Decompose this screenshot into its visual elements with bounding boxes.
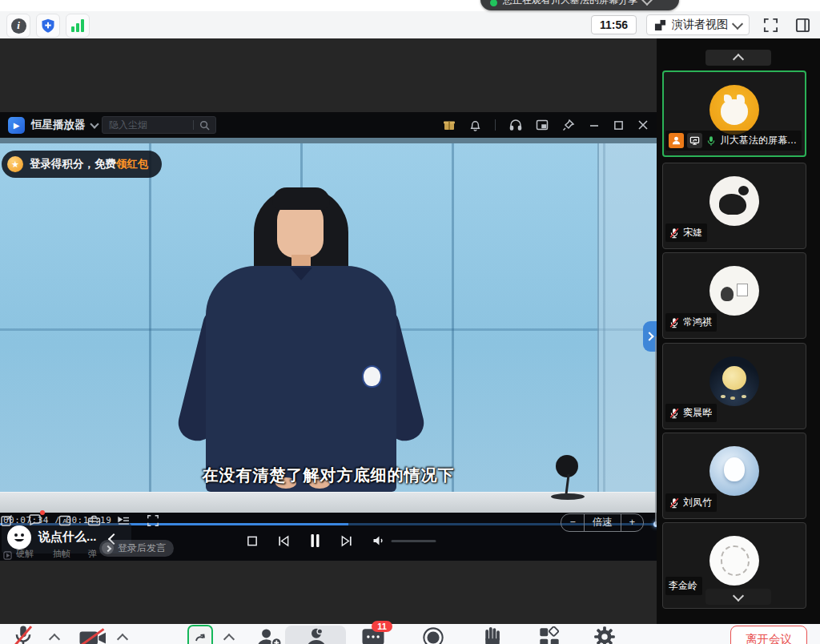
raise-hand-button[interactable] — [482, 626, 503, 644]
titlebar-divider — [495, 119, 496, 131]
player-right-tools: A — [0, 513, 657, 529]
panel-toggle-icon — [795, 18, 810, 33]
notice-text: 您正在观看川大基法的屏幕分享 — [503, 0, 637, 7]
pause-button[interactable] — [309, 533, 322, 549]
chevron-down-icon — [733, 590, 744, 601]
login-promo-banner[interactable]: ★ 登录得积分，免费领红包 — [2, 151, 162, 178]
participants-sidebar: 川大基法的屏幕… 宋婕 — [657, 38, 820, 624]
svg-text:A: A — [62, 517, 67, 525]
maximize-icon[interactable] — [613, 120, 624, 131]
participant-tile[interactable]: 常鸿祺 — [662, 252, 806, 339]
participant-name: 川大基法的屏幕… — [720, 134, 797, 147]
avatar — [709, 356, 759, 406]
sidebar-toggle-button[interactable] — [791, 14, 814, 36]
info-icon: i — [11, 18, 26, 34]
toolbox-icon[interactable] — [87, 514, 101, 527]
mic-muted-icon — [669, 317, 680, 328]
participant-name: 刘凤竹 — [683, 496, 712, 509]
player-fullscreen-icon[interactable] — [147, 514, 159, 527]
speed-label[interactable]: 倍速 — [585, 514, 621, 531]
participant-tile[interactable]: 窦晨晔 — [662, 343, 806, 429]
security-button[interactable] — [36, 14, 60, 38]
next-button[interactable] — [340, 534, 354, 548]
fullscreen-button[interactable] — [759, 14, 782, 36]
bullet-label[interactable]: 弹 — [88, 548, 97, 560]
host-badge-icon — [669, 133, 684, 148]
picture-in-picture-icon[interactable] — [536, 119, 549, 131]
subtitle-icon[interactable]: A — [58, 514, 71, 527]
video-area[interactable]: 在没有清楚了解对方底细的情况下 ★ 登录得积分，免费领红包 — [0, 138, 657, 513]
player-menu-chevron-icon — [90, 119, 98, 128]
avatar — [709, 446, 759, 496]
settings-button[interactable] — [593, 626, 616, 644]
frame-label[interactable]: 抽帧 — [53, 548, 70, 560]
participant-tile[interactable]: 刘凤竹 — [662, 433, 806, 519]
meeting-info-button[interactable]: i — [6, 14, 30, 38]
video-subtitle: 在没有清楚了解对方底细的情况下 — [0, 465, 657, 486]
notice-chevron-down-icon — [641, 0, 653, 6]
participant-tile-sharing[interactable]: 川大基法的屏幕… — [662, 70, 806, 157]
playlist-icon[interactable] — [117, 514, 131, 527]
player-search-box[interactable]: 隐入尘烟 — [102, 116, 216, 134]
speed-minus-button[interactable]: − — [561, 514, 583, 531]
speed-control: − 倍速 + — [561, 513, 644, 532]
scroll-up-button[interactable] — [705, 50, 771, 66]
search-placeholder: 隐入尘烟 — [109, 119, 193, 132]
record-button[interactable] — [422, 626, 444, 644]
fullscreen-icon — [763, 18, 778, 33]
topbar-right-group: 11:56 演讲者视图 — [591, 14, 814, 36]
emoji-button[interactable] — [7, 525, 31, 549]
stop-button[interactable] — [247, 535, 259, 547]
promo-text: 登录得积分，免费 — [30, 158, 116, 170]
headphones-icon[interactable] — [509, 119, 522, 131]
avatar — [709, 536, 759, 586]
gift-icon[interactable] — [443, 119, 456, 131]
participant-name: 常鸿祺 — [683, 316, 712, 329]
edit-note-icon[interactable] — [0, 514, 13, 527]
screen-share-notice[interactable]: 您正在观看川大基法的屏幕分享 — [480, 0, 679, 10]
view-mode-label: 演讲者视图 — [672, 18, 728, 32]
danmaku-toggle[interactable] — [29, 513, 42, 529]
layout-icon — [654, 19, 666, 31]
content-area: ▶ 恒星播放器 隐入尘烟 — [0, 38, 820, 624]
scroll-down-button[interactable] — [705, 589, 771, 605]
participant-name: 窦晨晔 — [683, 406, 712, 420]
view-mode-button[interactable]: 演讲者视图 — [646, 14, 750, 35]
search-icon[interactable] — [199, 120, 210, 131]
screen-share-button[interactable] — [187, 625, 213, 644]
speed-plus-button[interactable]: + — [621, 514, 643, 531]
participant-name: 李金岭 — [669, 579, 697, 593]
player-logo-icon: ▶ — [8, 117, 25, 134]
shield-plus-icon — [40, 18, 56, 34]
leave-meeting-button[interactable]: 离开会议 — [730, 626, 807, 644]
player-title[interactable]: 恒星播放器 — [31, 118, 98, 132]
invite-button[interactable] — [255, 627, 282, 644]
bell-icon[interactable] — [469, 119, 481, 131]
mic-muted-button[interactable] — [11, 624, 35, 644]
chat-unread-badge: 11 — [372, 621, 392, 632]
volume-icon[interactable] — [372, 534, 385, 547]
camera-off-button[interactable] — [78, 627, 110, 644]
sharing-status-icon — [490, 0, 497, 6]
view-mode-chevron-icon — [732, 18, 743, 29]
apps-button[interactable] — [538, 626, 561, 644]
player-titlebar-tools — [443, 112, 649, 138]
microphone-base — [551, 493, 585, 500]
close-icon[interactable] — [637, 119, 649, 131]
avatar — [709, 176, 759, 226]
screen-share-icon — [687, 133, 702, 148]
login-to-comment-pill[interactable]: 登录后发言 — [99, 540, 174, 557]
previous-button[interactable] — [277, 534, 291, 548]
danmaku-input[interactable]: 说点什么... — [38, 529, 97, 545]
meeting-clock: 11:56 — [591, 15, 637, 34]
decode-label[interactable]: 硬解 — [16, 548, 34, 560]
network-status-button[interactable] — [66, 14, 90, 38]
volume-slider[interactable] — [392, 540, 436, 542]
arrow-circle-icon — [102, 542, 114, 554]
participant-tile[interactable]: 宋婕 — [662, 163, 806, 249]
minimize-icon[interactable] — [589, 119, 600, 131]
participant-name: 宋婕 — [683, 226, 702, 239]
pin-icon[interactable] — [562, 119, 575, 131]
player-controls: 00:07:34 / 00:14:19 − 倍速 + — [0, 513, 657, 561]
chevron-up-icon — [733, 53, 744, 64]
